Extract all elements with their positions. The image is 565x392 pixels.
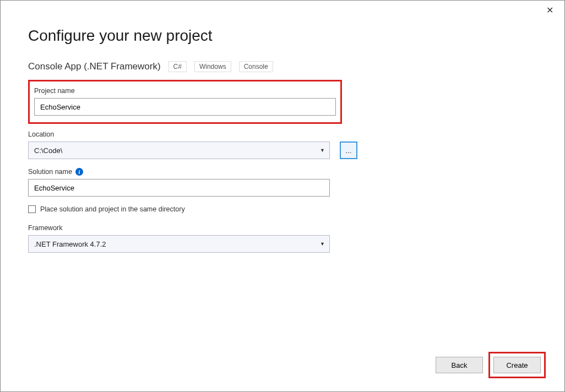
same-directory-checkbox[interactable] [28, 205, 36, 213]
framework-combo[interactable]: .NET Framework 4.7.2 ▼ [28, 235, 330, 253]
configure-project-dialog: ✕ Configure your new project Console App… [0, 0, 565, 392]
location-block: Location C:\Code\ ▼ ... [28, 130, 537, 159]
same-directory-label: Place solution and project in the same d… [40, 205, 185, 213]
dialog-content: Configure your new project Console App (… [1, 1, 564, 253]
solution-name-input[interactable] [28, 179, 330, 197]
tag-windows: Windows [194, 61, 231, 72]
tag-console: Console [239, 61, 273, 72]
create-button-highlight: Create [488, 352, 546, 378]
same-directory-row[interactable]: Place solution and project in the same d… [28, 205, 537, 213]
location-combo[interactable]: C:\Code\ ▼ [28, 141, 330, 159]
location-label: Location [28, 130, 537, 138]
template-info-row: Console App (.NET Framework) C# Windows … [28, 61, 537, 72]
browse-button[interactable]: ... [340, 141, 357, 159]
info-icon[interactable]: i [75, 168, 83, 176]
chevron-down-icon: ▼ [320, 241, 325, 247]
framework-label: Framework [28, 224, 537, 232]
page-title: Configure your new project [28, 27, 537, 45]
project-name-input[interactable] [34, 98, 336, 116]
dialog-footer: Back Create [436, 352, 546, 378]
tag-csharp: C# [169, 61, 187, 72]
project-name-highlight: Project name [28, 80, 342, 124]
back-button[interactable]: Back [436, 357, 483, 373]
close-icon[interactable]: ✕ [542, 4, 558, 17]
chevron-down-icon: ▼ [320, 148, 325, 153]
location-value: C:\Code\ [34, 146, 62, 155]
project-name-label: Project name [34, 87, 336, 95]
create-button[interactable]: Create [493, 357, 541, 373]
solution-name-label: Solution name [28, 168, 72, 176]
template-subtitle: Console App (.NET Framework) [28, 61, 161, 72]
framework-value: .NET Framework 4.7.2 [34, 240, 106, 248]
solution-name-block: Solution name i [28, 168, 537, 197]
framework-block: Framework .NET Framework 4.7.2 ▼ [28, 224, 537, 253]
